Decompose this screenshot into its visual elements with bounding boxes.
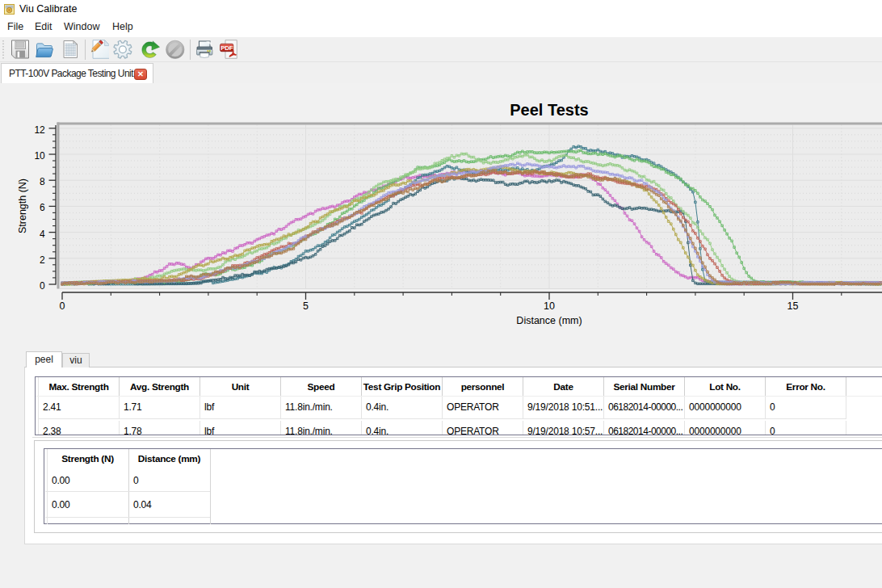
svg-text:10: 10 [34,150,45,162]
svg-text:Strength (N): Strength (N) [17,178,28,233]
svg-text:Distance (mm): Distance (mm) [516,315,582,326]
svg-text:4: 4 [40,229,45,240]
svg-text:5: 5 [303,300,309,312]
svg-text:6: 6 [40,202,45,213]
svg-text:Peel Tests: Peel Tests [510,101,588,119]
svg-text:PDF: PDF [220,44,233,52]
svg-text:10: 10 [544,300,555,312]
svg-text:0: 0 [40,280,45,292]
svg-text:15: 15 [788,300,799,312]
svg-text:2: 2 [40,254,45,266]
svg-text:12: 12 [34,124,45,136]
svg-text:0: 0 [60,300,65,312]
svg-text:8: 8 [40,176,45,187]
